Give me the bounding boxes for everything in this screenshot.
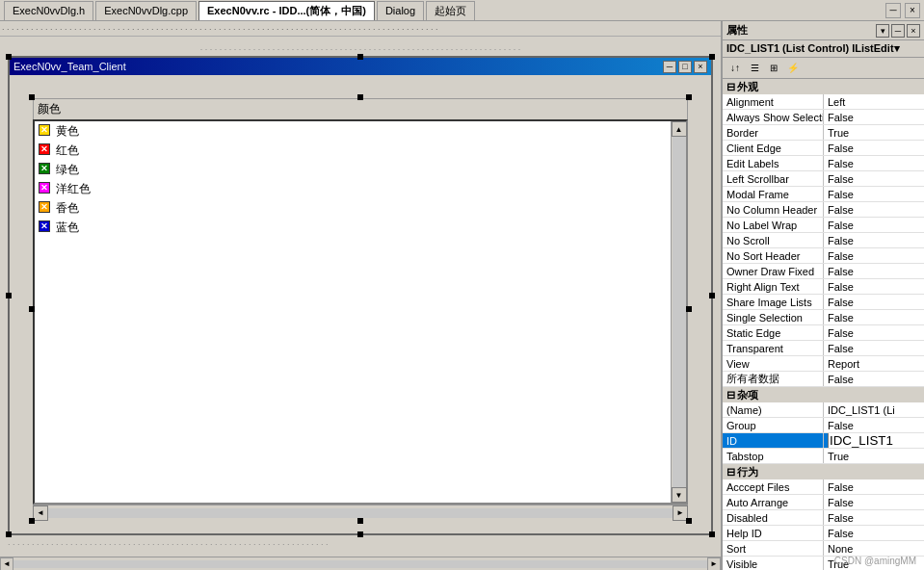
prop-minimize-btn[interactable]: ─ <box>891 24 905 38</box>
main-scroll-track <box>13 560 707 568</box>
handle-top[interactable] <box>357 54 363 60</box>
prop-row[interactable]: 所有者数据False <box>723 372 924 387</box>
prop-row[interactable]: No ScrollFalse <box>723 233 924 248</box>
prop-row[interactable]: Single SelectionFalse <box>723 310 924 325</box>
list-item[interactable]: ✕黄色 <box>35 121 671 141</box>
prop-sort-btn[interactable]: ↓↑ <box>726 60 744 77</box>
section-collapse-icon[interactable]: ⊟ <box>726 81 735 93</box>
prop-row[interactable]: BorderTrue <box>723 125 924 141</box>
list-handle-tl[interactable] <box>29 94 35 100</box>
prop-row[interactable]: DisabledFalse <box>723 510 924 526</box>
prop-row-value: False <box>824 141 924 155</box>
prop-pin-btn[interactable]: ▾ <box>876 24 889 38</box>
list-handle-bl[interactable] <box>29 518 35 524</box>
tab-rc[interactable]: ExecN0vv.rc - IDD...(简体，中国) <box>198 1 375 20</box>
prop-row[interactable]: No Column HeaderFalse <box>723 202 924 218</box>
dialog-close-btn[interactable]: × <box>694 61 707 73</box>
tab-dlg-cpp[interactable]: ExecN0vvDlg.cpp <box>95 1 197 20</box>
prop-row-name: Auto Arrange <box>723 495 824 509</box>
main-scroll-right[interactable]: ► <box>707 557 721 571</box>
list-item[interactable]: ✕洋红色 <box>35 179 671 198</box>
prop-row[interactable]: Owner Draw FixedFalse <box>723 264 924 279</box>
prop-row[interactable]: Always Show SelectioFalse <box>723 110 924 125</box>
ide-panel: · · · · · · · · · · · · · · · · · · · · … <box>0 21 722 570</box>
prop-row-value: False <box>824 372 924 386</box>
prop-grid-btn[interactable]: ⊞ <box>765 60 782 77</box>
list-item-label: 绿色 <box>56 162 79 178</box>
prop-row[interactable]: Help IDFalse <box>723 526 924 541</box>
pin-button[interactable]: ─ <box>885 3 901 18</box>
prop-row[interactable]: AlignmentLeft <box>723 94 924 110</box>
section-collapse-icon[interactable]: ⊟ <box>726 466 735 479</box>
list-handle-bottom[interactable] <box>357 518 363 524</box>
list-item-label: 蓝色 <box>56 220 79 236</box>
section-collapse-icon[interactable]: ⊟ <box>726 389 735 402</box>
list-handle-left[interactable] <box>29 306 35 312</box>
prop-row[interactable]: Right Align TextFalse <box>723 279 924 295</box>
handle-tl[interactable] <box>6 54 12 60</box>
handle-bottom[interactable] <box>357 531 363 537</box>
hscroll-left-btn[interactable]: ◄ <box>33 505 48 521</box>
prop-row-value: False <box>824 310 924 324</box>
list-handle-top[interactable] <box>357 94 363 100</box>
list-item-label: 红色 <box>56 142 79 159</box>
list-item[interactable]: ✕红色 <box>35 141 671 160</box>
prop-row-value: False <box>824 171 924 186</box>
prop-section-header[interactable]: ⊟ 外观 <box>723 79 924 94</box>
prop-row-name: Alignment <box>723 94 824 109</box>
handle-tr[interactable] <box>709 54 715 60</box>
handle-left[interactable] <box>6 293 12 298</box>
tab-dlg-h[interactable]: ExecN0vvDlg.h <box>4 1 93 20</box>
prop-event-btn[interactable]: ⚡ <box>784 60 802 77</box>
prop-row[interactable]: ID▼ <box>723 433 924 449</box>
list-handle-tr[interactable] <box>686 94 692 100</box>
prop-row[interactable]: (Name)IDC_LIST1 (Li <box>723 402 924 418</box>
list-box[interactable]: ✕黄色✕红色✕绿色✕洋红色✕香色✕蓝色 <box>35 121 671 503</box>
prop-row[interactable]: Share Image ListsFalse <box>723 295 924 310</box>
tab-dialog[interactable]: Dialog <box>377 1 424 20</box>
handle-right[interactable] <box>709 293 715 298</box>
prop-row[interactable]: Left ScrollbarFalse <box>723 171 924 187</box>
prop-row[interactable]: Modal FrameFalse <box>723 187 924 202</box>
prop-row[interactable]: TabstopTrue <box>723 449 924 464</box>
dialog-minimize-btn[interactable]: ─ <box>663 61 676 73</box>
list-item[interactable]: ✕绿色 <box>35 160 671 179</box>
prop-row[interactable]: Static EdgeFalse <box>723 325 924 341</box>
prop-row[interactable]: Client EdgeFalse <box>723 141 924 156</box>
handle-bl[interactable] <box>6 531 12 537</box>
tab-start[interactable]: 起始页 <box>426 1 475 20</box>
list-content: ✕黄色✕红色✕绿色✕洋红色✕香色✕蓝色 ▲ ▼ <box>33 119 688 505</box>
prop-row-value: False <box>824 479 924 494</box>
prop-row[interactable]: Acccept FilesFalse <box>723 479 924 495</box>
list-scrollbar[interactable]: ▲ ▼ <box>671 121 686 503</box>
prop-section-header[interactable]: ⊟ 行为 <box>723 464 924 479</box>
scroll-up-btn[interactable]: ▲ <box>672 121 687 137</box>
prop-row[interactable]: GroupFalse <box>723 418 924 433</box>
prop-row[interactable]: No Label WrapFalse <box>723 218 924 233</box>
list-handle-right[interactable] <box>686 306 692 312</box>
prop-row-value: False <box>824 187 924 201</box>
prop-row[interactable]: Auto ArrangeFalse <box>723 495 924 510</box>
prop-row[interactable]: Edit LabelsFalse <box>723 156 924 171</box>
prop-row-value[interactable]: ▼ <box>824 433 924 448</box>
prop-row[interactable]: TransparentFalse <box>723 341 924 356</box>
close-button[interactable]: × <box>905 3 920 18</box>
prop-row[interactable]: VisibleTrue <box>723 557 924 570</box>
prop-section-header[interactable]: ⊟ 杂项 <box>723 387 924 402</box>
list-item[interactable]: ✕香色 <box>35 198 671 218</box>
handle-br[interactable] <box>709 531 715 537</box>
prop-row[interactable]: SortNone <box>723 541 924 557</box>
main-scroll-left[interactable]: ◄ <box>0 557 13 571</box>
prop-row-name: Right Align Text <box>723 279 824 294</box>
prop-row-name: Visible <box>723 557 824 570</box>
prop-id-input[interactable] <box>828 433 924 448</box>
prop-close-btn[interactable]: × <box>907 24 920 38</box>
main-content: · · · · · · · · · · · · · · · · · · · · … <box>0 21 924 570</box>
prop-list-btn[interactable]: ☰ <box>746 60 763 77</box>
dialog-maximize-btn[interactable]: □ <box>678 61 692 73</box>
scroll-down-btn[interactable]: ▼ <box>672 487 687 503</box>
prop-row[interactable]: ViewReport <box>723 356 924 372</box>
list-handle-br[interactable] <box>686 518 692 524</box>
list-item[interactable]: ✕蓝色 <box>35 218 671 237</box>
prop-row[interactable]: No Sort HeaderFalse <box>723 248 924 264</box>
